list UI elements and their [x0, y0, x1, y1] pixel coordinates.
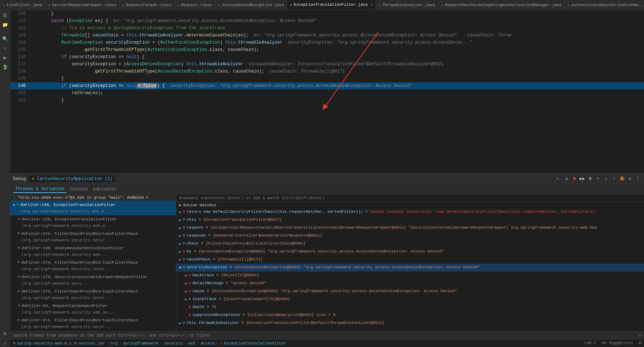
- var-item-0[interactable]: ▶ ⊘ return new DefaultSecurityFilterChai…: [176, 208, 644, 216]
- thread-item-5[interactable]: ≡ doFilter:179, SecurityContextHolderAwa…: [10, 273, 176, 287]
- frame-icon-2: ≡: [18, 230, 20, 237]
- debug-btn-pause[interactable]: ⏸: [587, 176, 593, 182]
- frame-icon-4: ≡: [18, 259, 20, 266]
- thread-item-6[interactable]: ≡ doFilter:374, FilterChainProxy$Virtual…: [10, 287, 176, 302]
- var-item-causechain[interactable]: ▶ ≡ causeChain = {Throwable[1]@9171}: [176, 256, 644, 264]
- var-item-cause[interactable]: ▶ ⊘ cause = {AccessDeniedException@9089}…: [176, 287, 644, 295]
- obj-icon-chain: ≡: [183, 240, 185, 247]
- running-indicator: ✓: [13, 195, 16, 200]
- tab-exception[interactable]: ☕ ExceptionTranslationFilter.java ✕: [287, 0, 376, 10]
- var-item-this[interactable]: ▶ ≡ this = {ExceptionTranslationFilter@8…: [176, 216, 644, 224]
- sidebar-icon-menu[interactable]: ☰: [1, 12, 9, 19]
- var-item-stacktrace[interactable]: ▶ ≡ stackTrace = {StackTraceElement[76]@…: [176, 295, 644, 303]
- cursor-position: 140:1: [584, 341, 596, 346]
- thread-item-0[interactable]: ▼ ≡ doFilter:140, ExceptionTranslationFi…: [10, 201, 176, 215]
- thread-item-8[interactable]: ≡ doFilter:374, FilterChainProxy$Virtual…: [10, 316, 176, 331]
- debug-session-close[interactable]: ✕: [556, 176, 559, 181]
- frame-icon-7: ≡: [18, 303, 20, 309]
- var-item-depth[interactable]: ▶ ⊘ depth = 76: [176, 303, 644, 311]
- java-icon-9: ☕: [568, 3, 570, 7]
- sidebar-icon-run[interactable]: ▶: [1, 54, 9, 62]
- var-item-securityexception[interactable]: ▼ ≡ securityException = {AccessDeniedExc…: [176, 264, 644, 272]
- debug-btn-mute[interactable]: 🔕: [619, 176, 625, 182]
- var-item-ex[interactable]: ▶ ⊘ ex = {AccessDeniedException@9089} "o…: [176, 248, 644, 256]
- breadcrumb-security[interactable]: security: [164, 341, 183, 346]
- var-item-backtrace[interactable]: ▶ ⊘ backtrace = {Object[6]@9091}: [176, 272, 644, 280]
- switch-frames-close[interactable]: ✕: [639, 333, 641, 338]
- thread-item-2[interactable]: ≡ doFilter:374, FilterChainProxy$Virtual…: [10, 230, 176, 244]
- sidebar-icon-search[interactable]: 🔍: [1, 35, 9, 43]
- threads-panel: ✓ "http-nio-8888-exec-4"@6,890 in group …: [10, 194, 176, 331]
- debug-btn-clear[interactable]: ✕: [627, 176, 633, 182]
- var-item-response[interactable]: ▶ ≡ response = {HeaderWriterFilter$Heade…: [176, 232, 644, 240]
- thread-item-1[interactable]: ≡ doFilter:120, ExceptionTranslationFilt…: [10, 215, 176, 230]
- breadcrumb-bar: ⚙ spring-security-web-6.1.5-sources.jar …: [10, 339, 644, 347]
- sidebar-icon-files[interactable]: 📁: [1, 21, 9, 29]
- java-icon-3: ☕: [122, 3, 125, 7]
- breadcrumb-springframework[interactable]: springframework: [123, 341, 159, 346]
- var-arrow-detailmessage: ▶: [185, 281, 187, 287]
- inline-watches-header[interactable]: ▶ Inline Watches: [176, 202, 644, 208]
- thread-item-4[interactable]: ≡ doFilter:374, FilterChainProxy$Virtual…: [10, 259, 176, 273]
- breadcrumb-java-icon: ☕: [220, 341, 223, 346]
- frame-icon-6: ≡: [18, 288, 20, 295]
- tab-access[interactable]: ☕ AccessDeniedException.java: [216, 0, 288, 10]
- var-item-throwableanalyzer[interactable]: ▶ ∞ this.throwableAnalyzer = {ExceptionT…: [176, 319, 644, 327]
- debug-toolbar: Debug ⚙ CactusSecurityApplication (1) ✕ …: [10, 174, 644, 184]
- debug-btn-restart[interactable]: ↺: [563, 176, 570, 182]
- tab-requestmatcher[interactable]: ☕ RequestMatcherDelegatingAuthorizationM…: [438, 0, 565, 10]
- breadcrumb-class[interactable]: ExceptionTranslationFilter: [224, 341, 286, 346]
- thread-item-7[interactable]: ≡ doFilter:63, RequestCacheAwareFilter (…: [10, 302, 176, 316]
- breadcrumb-org[interactable]: org: [110, 341, 117, 346]
- code-editor: 130 } 131 catch (Exception ex) { ex: "or…: [10, 10, 644, 173]
- breadcrumb-jar[interactable]: spring-security-web-6.1.5-sources.jar: [17, 341, 105, 346]
- tab-close-button[interactable]: ✕: [371, 3, 373, 7]
- thread-expand-arrow: ▼: [13, 202, 15, 209]
- sidebar-icon-warn[interactable]: ⚠: [1, 339, 9, 347]
- var-arrow-throwableanalyzer: ▶: [179, 320, 181, 327]
- debug-btn-step-out[interactable]: ↑: [611, 176, 617, 182]
- sidebar-icon-debug[interactable]: ⚡: [1, 44, 9, 52]
- tab-servlet[interactable]: ☕ ServletRequestWrapper.class: [46, 0, 120, 10]
- switch-frames-bar: Switch frames from anywhere in the IDE w…: [10, 331, 644, 339]
- code-line-142: 142 }: [10, 97, 644, 104]
- java-icon-5: ☕: [219, 3, 221, 7]
- filter-icon[interactable]: ▼: [146, 196, 148, 200]
- tab-throwable[interactable]: ☕ ThrowableAnalyzer.java: [376, 0, 438, 10]
- debug-title: Debug: [13, 176, 26, 181]
- var-item-request[interactable]: ▶ ≡ request = {HttpServlet3RequestFactor…: [176, 224, 644, 232]
- tab-tionfilter[interactable]: ☕ tionFilter.java: [0, 0, 46, 10]
- sidebar-icon-spring[interactable]: 🍃: [1, 63, 9, 71]
- var-item-suppressedexceptions[interactable]: ▶ ⊘ suppressedExceptions = {Collections$…: [176, 311, 644, 319]
- tab-authenticated[interactable]: ☕ AuthenticatedAuthorizationMa...: [565, 0, 644, 10]
- code-line-131: 131 catch (Exception ex) { ex: "org.spri…: [10, 17, 644, 25]
- code-lines: 130 } 131 catch (Exception ex) { ex: "or…: [10, 10, 644, 104]
- debug-btn-stop[interactable]: ■: [571, 176, 578, 182]
- evaluate-bar[interactable]: Evaluate expression (Enter) or add a wat…: [176, 194, 644, 202]
- code-line-133: 133 Throwable[] causeChain = this.throwa…: [10, 32, 644, 39]
- debug-btn-more[interactable]: ⋮: [635, 176, 641, 182]
- sidebar-icon-settings[interactable]: ⚙: [1, 330, 9, 338]
- debug-session-tab[interactable]: ⚙ CactusSecurityApplication (1): [29, 175, 115, 182]
- breadcrumb-access[interactable]: access: [200, 341, 215, 346]
- var-item-chain[interactable]: ▶ ≡ chain = {FilterChainProxy$VirtualFil…: [176, 240, 644, 248]
- var-item-detailmessage[interactable]: ▶ ⊘ detailMessage = "Access Denied": [176, 280, 644, 287]
- debug-btn-step-over[interactable]: ↷: [595, 176, 601, 182]
- debug-sub-toolbar: Threads & Variables Console ⚙ Actuator: [10, 184, 644, 194]
- debug-btn-step-into[interactable]: ↓: [603, 176, 609, 182]
- tab-actuator[interactable]: ⚙ Actuator: [91, 186, 119, 193]
- frame-icon-1: ≡: [18, 216, 20, 223]
- variables-panel: Evaluate expression (Enter) or add a wat…: [176, 194, 644, 331]
- debug-buttons: ↺ ■ ▶▶ ⏸ ↷ ↓ ↑ 🔕 ✕ ⋮: [563, 176, 641, 182]
- tab-threads-variables[interactable]: Threads & Variables: [13, 186, 67, 193]
- frame-icon-8: ≡: [18, 317, 20, 324]
- code-line-141: 141 rethrow(ex);: [10, 89, 644, 97]
- tab-request[interactable]: ☕ Request.class: [175, 0, 216, 10]
- debug-btn-resume[interactable]: ▶▶: [579, 176, 585, 182]
- tab-facade[interactable]: ☕ RequestFacade.class: [120, 0, 174, 10]
- breadcrumb-web[interactable]: web: [188, 341, 195, 346]
- thread-item-3[interactable]: ≡ doFilter:100, AnonymousAuthenticationF…: [10, 244, 176, 259]
- obj-icon-response: ≡: [183, 232, 185, 239]
- tab-console[interactable]: Console: [68, 186, 90, 193]
- sidebar: ☰ 📁 🔍 ⚡ ▶ 🍃 ⚙ ⚠: [0, 10, 10, 347]
